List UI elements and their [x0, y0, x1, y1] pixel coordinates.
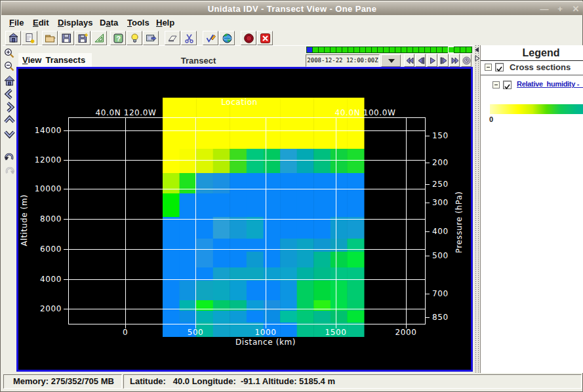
time-step-15[interactable] [395, 47, 401, 52]
undo-icon[interactable] [3, 151, 16, 163]
heatmap-cell [280, 193, 297, 217]
menu-edit[interactable]: Edit [33, 16, 49, 28]
time-step-2[interactable] [319, 47, 324, 52]
maximize-button[interactable]: + [553, 4, 567, 14]
edit-pencil-button[interactable] [203, 31, 218, 45]
time-step-11[interactable] [372, 47, 377, 52]
time-step-20[interactable] [425, 47, 430, 52]
cross-sections-divider [481, 75, 583, 75]
heatmap-cell [280, 267, 297, 281]
pan-up-icon[interactable] [3, 114, 16, 127]
time-step-14[interactable] [390, 47, 395, 52]
time-step-16[interactable] [401, 47, 407, 52]
go-first-button[interactable] [404, 54, 414, 67]
time-step-19[interactable] [419, 47, 424, 52]
heatmap-cell [331, 252, 348, 267]
view-menu-transects[interactable]: Transects [41, 53, 85, 65]
time-step-4[interactable] [331, 47, 336, 52]
redo-icon[interactable] [3, 165, 16, 177]
cross-sections-checkbox[interactable] [495, 63, 504, 71]
time-step-26[interactable] [460, 47, 466, 52]
play-button[interactable] [427, 54, 437, 67]
heatmap-cell [247, 173, 264, 193]
heatmap-cell [163, 323, 180, 337]
dashboard-button[interactable] [5, 31, 21, 45]
scissors-button[interactable] [181, 31, 197, 45]
panel-splitter[interactable] [474, 45, 480, 373]
splitter-collapse-arrows[interactable] [474, 47, 480, 64]
save-button[interactable] [58, 31, 74, 45]
time-step-17[interactable] [407, 47, 412, 52]
idea-bulb-button[interactable] [127, 31, 142, 45]
pressure-tick-label: 700 [432, 289, 449, 298]
heatmap-cell [331, 217, 348, 239]
time-dropdown-button[interactable] [381, 54, 401, 67]
time-step-0[interactable] [307, 47, 312, 52]
transect-display-canvas[interactable]: Location40.0N 120.0W40.0N 100.0W14000120… [16, 67, 473, 372]
main-toolbar: ? [3, 29, 582, 45]
time-step-7[interactable] [348, 47, 353, 52]
menu-file[interactable]: File [9, 16, 24, 28]
step-forward-button[interactable] [438, 54, 449, 67]
pan-right-icon[interactable] [3, 101, 16, 113]
humidity-colorbar[interactable] [490, 104, 583, 114]
time-step-18[interactable] [413, 47, 418, 52]
time-step-13[interactable] [384, 47, 389, 52]
close-button[interactable]: ✕ [569, 4, 582, 14]
menu-displays[interactable]: Displays [58, 16, 92, 28]
zoom-out-icon[interactable] [3, 60, 16, 73]
exit-button[interactable] [257, 31, 273, 45]
eraser-button[interactable] [165, 31, 180, 45]
time-step-1[interactable] [313, 47, 318, 52]
image-capture-button[interactable] [143, 31, 159, 45]
position-status: Latitude: 40.0 Longitude: -91.1 Altitude… [123, 374, 582, 389]
collapse-cross-sections-button[interactable] [485, 64, 492, 71]
zoom-in-icon[interactable] [3, 47, 16, 60]
location-label: Location [221, 98, 258, 107]
data-selector-button[interactable]: ? [110, 31, 126, 45]
altitude-tick-label: 8000 [40, 214, 62, 224]
menu-data[interactable]: Data [100, 16, 118, 28]
heatmap-cell [196, 300, 213, 311]
time-step-23[interactable] [443, 47, 448, 52]
menu-tools[interactable]: Tools [127, 16, 150, 28]
heatmap-cell [213, 252, 230, 267]
time-step-25[interactable] [454, 47, 460, 52]
stop-button[interactable] [241, 31, 256, 45]
view-menu-view[interactable]: View [18, 53, 41, 65]
time-step-21[interactable] [431, 47, 436, 52]
heatmap-cell [297, 252, 314, 267]
time-step-12[interactable] [378, 47, 383, 52]
time-step-6[interactable] [342, 47, 348, 52]
open-file-button[interactable] [42, 31, 58, 45]
time-value-field[interactable]: 2008-12-22 12:00:00Z [306, 54, 380, 67]
menu-help[interactable]: Help [156, 16, 174, 28]
ruler-button[interactable] [91, 31, 107, 45]
heatmap-cell [196, 267, 213, 281]
minimize-button[interactable]: — [538, 4, 551, 14]
collapse-humidity-button[interactable] [493, 81, 500, 88]
home-icon[interactable] [3, 75, 16, 87]
heatmap-cell [331, 173, 348, 193]
time-step-3[interactable] [325, 47, 330, 52]
memory-status: Memory: 275/352/705 MB [3, 374, 122, 389]
pan-left-icon[interactable] [3, 88, 16, 100]
time-step-5[interactable] [336, 47, 342, 52]
time-step-27[interactable] [466, 47, 472, 52]
humidity-checkbox[interactable] [503, 81, 512, 89]
humidity-layer-link[interactable]: Relative_humidity -_ [517, 80, 583, 88]
time-step-24[interactable] [449, 47, 454, 52]
clock-button[interactable] [461, 54, 472, 67]
save-as-button[interactable] [75, 31, 90, 45]
time-step-10[interactable] [366, 47, 371, 52]
heatmap-cell [331, 267, 348, 281]
time-step-9[interactable] [360, 47, 365, 52]
time-step-22[interactable] [437, 47, 442, 52]
time-step-8[interactable] [354, 47, 359, 52]
step-back-button[interactable] [415, 54, 426, 67]
globe-button[interactable] [219, 31, 235, 45]
title-bar[interactable]: Unidata IDV - Transect View - One Pane —… [1, 1, 583, 15]
new-display-button[interactable] [22, 31, 37, 45]
pan-down-icon[interactable] [3, 127, 16, 140]
go-last-button[interactable] [449, 54, 460, 67]
